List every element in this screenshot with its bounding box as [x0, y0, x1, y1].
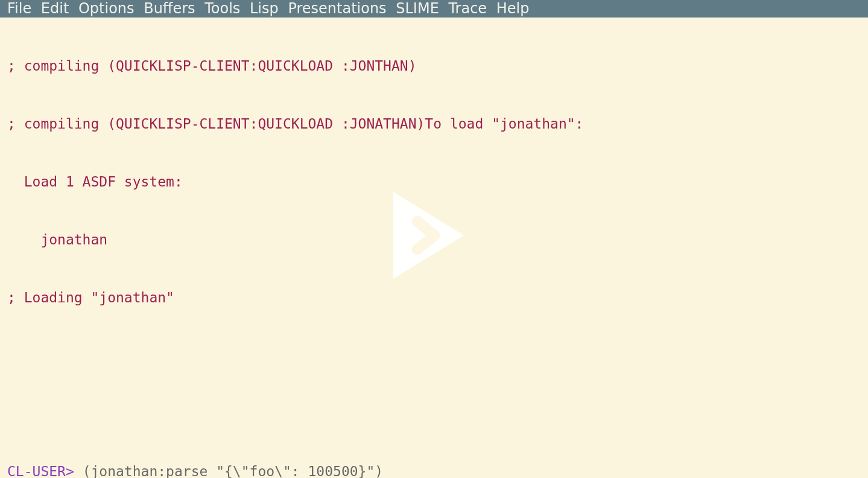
menu-bar: File Edit Options Buffers Tools Lisp Pre…: [0, 0, 868, 18]
menu-tools[interactable]: Tools: [204, 0, 240, 17]
repl-line: Load 1 ASDF system:: [7, 172, 868, 191]
menu-slime[interactable]: SLIME: [396, 0, 439, 17]
repl-line: ; Loading "jonathan": [7, 288, 868, 307]
menu-help[interactable]: Help: [496, 0, 530, 17]
menu-lisp[interactable]: Lisp: [250, 0, 279, 17]
menu-file[interactable]: File: [7, 0, 31, 17]
menu-buffers[interactable]: Buffers: [144, 0, 195, 17]
menu-trace[interactable]: Trace: [448, 0, 487, 17]
repl-buffer[interactable]: ; compiling (QUICKLISP-CLIENT:QUICKLOAD …: [0, 18, 868, 478]
menu-presentations[interactable]: Presentations: [288, 0, 386, 17]
repl-prompt: CL-USER>: [7, 464, 83, 478]
repl-line: ; compiling (QUICKLISP-CLIENT:QUICKLOAD …: [7, 114, 868, 133]
repl-input: (jonathan:parse "{\"foo\": 100500}"): [83, 464, 384, 478]
repl-line: ; compiling (QUICKLISP-CLIENT:QUICKLOAD …: [7, 56, 868, 75]
repl-line: jonathan: [7, 230, 868, 249]
menu-options[interactable]: Options: [78, 0, 135, 17]
repl-prompt-line: CL-USER> (jonathan:parse "{\"foo\": 1005…: [7, 462, 868, 478]
menu-edit[interactable]: Edit: [41, 0, 69, 17]
